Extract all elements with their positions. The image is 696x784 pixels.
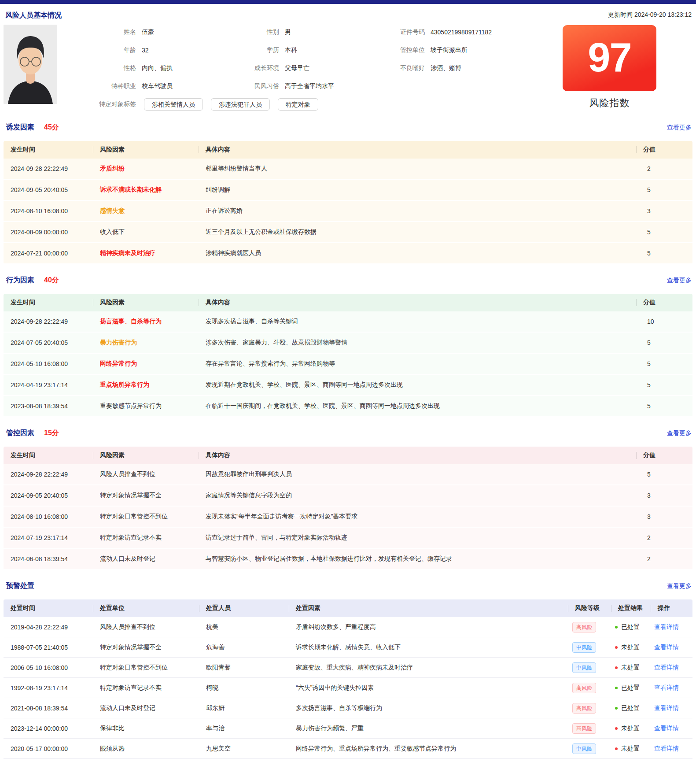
cell-risk-factor: 重要敏感节点异常行为 <box>93 402 199 410</box>
table-row: 2024-07-19 23:17:14特定对象访查记录不实访查记录过于简单、雷同… <box>4 528 692 549</box>
view-detail-link[interactable]: 查看详情 <box>654 684 679 691</box>
cell-detail: 涉精神疾病就医人员 <box>199 249 636 257</box>
cell-risk-factor: 重点场所异常行为 <box>93 381 199 389</box>
table-row: 2019-04-28 22:22:49风险人员排查不到位杭美矛盾纠纷次数多、严重… <box>4 617 692 637</box>
cell-occurrence-time: 2024-07-21 00:00:00 <box>4 250 93 257</box>
table-header-row: 处置时间处置单位处置人员处置因素风险等级处置结果操作 <box>4 599 692 617</box>
field-label: 性格 <box>69 59 136 77</box>
table-body: 2019-04-28 22:22:49风险人员排查不到位杭美矛盾纠纷次数多、严重… <box>4 617 692 759</box>
view-detail-link[interactable]: 查看详情 <box>654 704 679 711</box>
cell-disposal-factor: 网络异常行为、重点场所异常行为、重要敏感节点异常行为 <box>289 745 568 753</box>
view-more-link[interactable]: 查看更多 <box>667 277 692 285</box>
view-detail-link[interactable]: 查看详情 <box>654 725 679 732</box>
section-header: 管控因素 15分 查看更多 <box>0 429 696 438</box>
cell-disposal-unit: 特定对象情况掌握不全 <box>93 643 199 651</box>
view-detail-link[interactable]: 查看详情 <box>654 643 679 651</box>
tag-criminal: 涉违法犯罪人员 <box>211 98 270 111</box>
section-behavior-factors: 行为因素 40分 查看更多 发生时间风险因素具体内容分值 2024-09-28 … <box>0 276 696 417</box>
cell-disposal-time: 2021-08-08 18:39:54 <box>4 705 93 712</box>
disposal-result-text: 已处置 <box>621 704 640 711</box>
risk-score-card: 97 <box>563 25 656 91</box>
cell-disposal-factor: 矛盾纠纷次数多、严重程度高 <box>289 623 568 631</box>
cell-score: 5 <box>636 229 692 236</box>
column-header: 具体内容 <box>199 447 636 464</box>
cell-score: 2 <box>636 165 692 172</box>
cell-disposal-factor: 家庭变故、重大疾病、精神疾病未及时治疗 <box>289 664 568 672</box>
view-more-link[interactable]: 查看更多 <box>667 429 692 437</box>
behavior-factors-table: 发生时间风险因素具体内容分值 2024-09-28 22:22:49扬言滋事、自… <box>4 294 692 417</box>
view-detail-link[interactable]: 查看详情 <box>654 664 679 671</box>
table-row: 2024-07-05 20:40:05暴力伤害行为涉多次伤害、家庭暴力、斗殴、故… <box>4 333 692 354</box>
cell-disposal-person: 欧阳青馨 <box>199 664 289 672</box>
disposal-result-text: 已处置 <box>621 623 640 630</box>
field-label: 性别 <box>249 23 279 41</box>
section-score: 15分 <box>44 429 59 438</box>
field-value: 430502199809171182 <box>425 23 563 41</box>
cell-occurrence-time: 2024-09-28 22:22:49 <box>4 165 93 172</box>
view-more-link[interactable]: 查看更多 <box>667 124 692 132</box>
column-header: 处置因素 <box>289 599 568 617</box>
field-label: 证件号码 <box>388 23 425 41</box>
section-header: 诱发因素 45分 查看更多 <box>0 123 696 132</box>
cell-score: 10 <box>636 318 692 325</box>
cell-disposal-unit: 特定对象日常管控不到位 <box>93 664 199 672</box>
field-label: 姓名 <box>69 23 136 41</box>
field-value: 本科 <box>279 41 388 59</box>
cell-disposal-time: 2019-04-28 22:22:49 <box>4 624 93 631</box>
profile-fields-grid: 姓名 伍豪 性别 男 证件号码 430502199809171182 年龄 32… <box>69 23 563 95</box>
cell-risk-level: 高风险 <box>568 723 611 734</box>
column-header: 发生时间 <box>4 141 93 159</box>
risk-score-value: 97 <box>588 37 631 79</box>
table-row: 2024-04-19 23:17:14重点场所异常行为发现近期在党政机关、学校、… <box>4 375 692 396</box>
column-header: 风险因素 <box>93 141 199 159</box>
control-factors-table: 发生时间风险因素具体内容分值 2024-09-28 22:22:49风险人员排查… <box>4 447 692 570</box>
field-value: 内向、偏执 <box>136 59 249 77</box>
cell-occurrence-time: 2024-09-28 22:22:49 <box>4 318 93 325</box>
status-dot-red <box>615 666 618 669</box>
table-header-row: 发生时间风险因素具体内容分值 <box>4 294 692 311</box>
cell-disposal-result: 未处置 <box>611 745 651 753</box>
table-body: 2024-09-28 22:22:49矛盾纠纷邻里等纠纷警情当事人22024-0… <box>4 159 692 264</box>
cell-risk-factor: 收入低下 <box>93 228 199 236</box>
cell-detail: 近三个月及以上无公积金或社保缴存数据 <box>199 228 636 236</box>
cell-occurrence-time: 2024-08-09 00:00:00 <box>4 229 93 236</box>
column-header: 分值 <box>636 447 692 464</box>
section-header: 预警处置 查看更多 <box>0 581 696 591</box>
column-header: 具体内容 <box>199 294 636 311</box>
status-dot-red <box>615 727 618 730</box>
view-detail-link[interactable]: 查看详情 <box>654 623 679 630</box>
section-header: 行为因素 40分 查看更多 <box>0 276 696 285</box>
cell-score: 3 <box>636 513 692 520</box>
cell-disposal-result: 未处置 <box>611 664 651 672</box>
cell-detail: 邻里等纠纷警情当事人 <box>199 165 636 173</box>
cell-score: 5 <box>636 250 692 257</box>
cell-risk-level: 高风险 <box>568 683 611 693</box>
table-row: 2020-05-17 00:00:00眼须从热九思美空网络异常行为、重点场所异常… <box>4 739 692 759</box>
cell-disposal-person: 九思美空 <box>199 745 289 753</box>
cell-risk-factor: 网络异常行为 <box>93 360 199 368</box>
cell-disposal-person: 杭美 <box>199 623 289 631</box>
table-row: 2024-09-05 20:40:05诉求不满或长期未化解纠纷调解5 <box>4 180 692 201</box>
risk-score-label: 风险指数 <box>563 96 656 110</box>
table-row: 2024-08-09 00:00:00收入低下近三个月及以上无公积金或社保缴存数… <box>4 222 692 243</box>
section-trigger-factors: 诱发因素 45分 查看更多 发生时间风险因素具体内容分值 2024-09-28 … <box>0 123 696 264</box>
risk-level-badge: 高风险 <box>572 622 596 632</box>
cell-detail: 存在异常言论、异常搜索行为、异常网络购物等 <box>199 360 636 368</box>
cell-action: 查看详情 <box>651 664 692 672</box>
section-score: 40分 <box>44 276 59 285</box>
table-header-row: 发生时间风险因素具体内容分值 <box>4 447 692 464</box>
cell-disposal-result: 已处置 <box>611 704 651 712</box>
view-detail-link[interactable]: 查看详情 <box>654 745 679 752</box>
update-time-value: 2024-09-20 13:23:12 <box>634 11 692 18</box>
cell-score: 5 <box>636 471 692 478</box>
column-header: 风险因素 <box>93 294 199 311</box>
cell-action: 查看详情 <box>651 745 692 753</box>
cell-detail: 发现未落实“每半年全面走访考察一次特定对象”基本要求 <box>199 513 636 521</box>
field-value: 32 <box>136 41 249 59</box>
table-body: 2024-09-28 22:22:49风险人员排查不到位因故意犯罪被作出刑事判决… <box>4 464 692 570</box>
view-more-link[interactable]: 查看更多 <box>667 582 692 590</box>
risk-score-area: 97 风险指数 <box>563 23 696 110</box>
cell-risk-factor: 感情失意 <box>93 207 199 215</box>
section-title: 管控因素 <box>6 429 34 438</box>
cell-disposal-person: 率与治 <box>199 725 289 732</box>
